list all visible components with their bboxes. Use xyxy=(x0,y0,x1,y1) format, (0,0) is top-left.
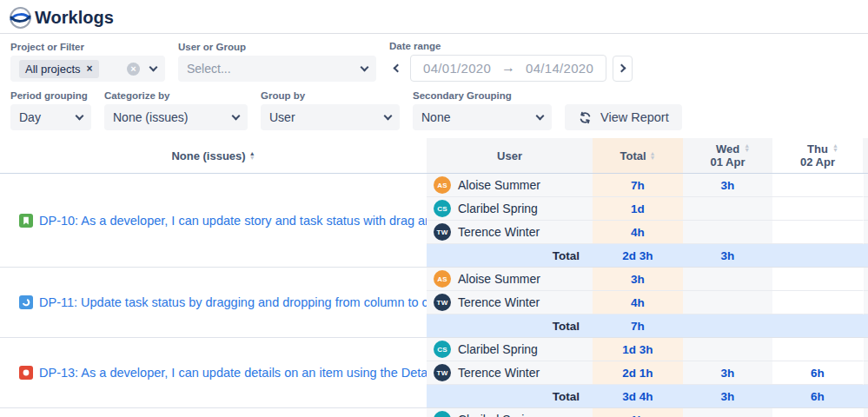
next-column-partial xyxy=(863,268,868,291)
chevron-down-icon[interactable] xyxy=(361,63,369,71)
user-name: Claribel Spring xyxy=(458,413,538,417)
chevron-down-icon[interactable] xyxy=(232,111,241,120)
worklog-value: 1h xyxy=(631,414,645,417)
user-avatar: TW xyxy=(434,223,451,241)
user-group-select[interactable]: Select... xyxy=(178,56,376,82)
worklog-day-cell xyxy=(772,174,863,197)
worklog-total-cell: 4h xyxy=(593,291,683,314)
column-header-day[interactable]: Wed▲▼01 Apr xyxy=(683,138,772,174)
worklog-day-cell xyxy=(683,268,772,291)
worklog-value: 7h xyxy=(631,179,645,192)
worklog-value: 4h xyxy=(631,296,645,309)
categorize-by-select[interactable]: None (issues) xyxy=(104,104,248,130)
page-title: Worklogs xyxy=(35,8,114,28)
group-total-value: 3d 4h xyxy=(593,385,683,408)
app-header: Worklogs xyxy=(0,0,868,34)
user-avatar: CS xyxy=(434,411,451,417)
issue-cell: DP-11: Update task status by dragging an… xyxy=(0,268,427,338)
column-header-issues[interactable]: None (issues)▲▼ xyxy=(0,138,427,174)
prev-period-button[interactable] xyxy=(389,63,404,73)
sort-icon[interactable]: ▲▼ xyxy=(249,151,255,160)
next-period-button[interactable] xyxy=(613,56,633,82)
user-group-label: User or Group xyxy=(178,42,376,52)
chevron-down-icon[interactable] xyxy=(76,111,84,120)
worklog-value: 1d 3h xyxy=(622,343,653,356)
user-name: Terence Winter xyxy=(458,366,540,380)
sort-icon[interactable]: ▲▼ xyxy=(832,143,838,152)
column-header-user[interactable]: User xyxy=(427,138,593,174)
chip-remove-icon[interactable]: × xyxy=(87,63,93,75)
worklog-day-cell xyxy=(772,268,863,291)
worklog-day-cell xyxy=(772,408,863,417)
sort-icon[interactable]: ▲▼ xyxy=(744,143,750,152)
period-grouping-select[interactable]: Day xyxy=(10,104,91,130)
user-name: Aloise Summer xyxy=(458,178,540,192)
period-grouping-label: Period grouping xyxy=(10,90,91,101)
refresh-icon xyxy=(578,110,593,125)
project-filter-label: Project or Filter xyxy=(10,42,165,52)
clear-icon[interactable]: × xyxy=(127,63,140,76)
secondary-grouping-label: Secondary Grouping xyxy=(413,90,552,101)
categorize-by-label: Categorize by xyxy=(104,90,248,101)
chevron-left-icon xyxy=(394,64,402,73)
group-total-worklog-value: 2d 3h xyxy=(622,249,653,262)
user-name: Terence Winter xyxy=(458,225,540,239)
date-end-value[interactable]: 04/14/2020 xyxy=(526,61,593,76)
chevron-down-icon[interactable] xyxy=(149,63,158,71)
worklogs-logo-icon xyxy=(9,6,32,30)
user-name: Terence Winter xyxy=(458,295,540,309)
worklog-day-cell xyxy=(772,338,863,361)
issue-link[interactable]: DP-13: As a developer, I can update deta… xyxy=(39,366,427,380)
next-column-partial xyxy=(863,385,868,408)
group-total-day-value: 6h xyxy=(772,385,863,408)
secondary-grouping-select[interactable]: None xyxy=(413,104,552,130)
column-header-total[interactable]: Total▲▼ xyxy=(593,138,683,174)
worklog-total-cell: 3h xyxy=(593,268,683,291)
group-total-day-value xyxy=(772,244,863,268)
group-total-label: Total xyxy=(427,314,593,338)
chevron-down-icon[interactable] xyxy=(536,111,545,120)
worklog-value: 1d xyxy=(631,202,645,215)
worklog-value: 4h xyxy=(631,226,645,239)
bug-issue-type-icon xyxy=(19,366,33,380)
issue-cell: DP-10: As a developer, I can update stor… xyxy=(0,174,427,268)
next-column-partial xyxy=(863,408,868,417)
user-cell: CSClaribel Spring xyxy=(427,408,593,417)
user-avatar: CS xyxy=(434,200,451,217)
project-chip[interactable]: All projects × xyxy=(19,60,99,78)
user-cell: ASAloise Summer xyxy=(427,268,593,291)
worklog-day-cell xyxy=(772,197,863,221)
worklog-day-cell: 3h xyxy=(683,361,772,385)
group-total-worklog-value: 7h xyxy=(631,320,645,333)
project-filter-select[interactable]: All projects × × xyxy=(10,56,165,82)
user-cell: ASAloise Summer xyxy=(427,174,593,197)
worklog-day-cell xyxy=(683,221,772,244)
user-cell: CSClaribel Spring xyxy=(427,338,593,361)
sort-icon[interactable]: ▲▼ xyxy=(650,151,656,160)
group-total-worklog-value: 3h xyxy=(721,390,735,403)
worklog-table: None (issues)▲▼UserTotal▲▼Wed▲▼01 AprThu… xyxy=(0,138,868,417)
issue-cell: DP-13: As a developer, I can update deta… xyxy=(0,338,427,408)
group-by-select[interactable]: User xyxy=(261,104,400,130)
filters-panel: Project or Filter All projects × × User … xyxy=(0,34,868,130)
date-range-label: Date range xyxy=(389,41,633,51)
view-report-button[interactable]: View Report xyxy=(565,104,682,130)
group-total-worklog-value: 6h xyxy=(811,390,825,403)
column-header-day[interactable]: Thu▲▼02 Apr xyxy=(772,138,863,174)
filter-row-1: Project or Filter All projects × × User … xyxy=(10,41,858,82)
user-avatar: AS xyxy=(434,270,451,288)
issue-link[interactable]: DP-11: Update task status by dragging an… xyxy=(39,295,427,309)
worklog-total-cell: 2d 1h xyxy=(593,361,683,385)
worklogs-page: Worklogs Project or Filter All projects … xyxy=(0,0,868,417)
group-total-worklog-value: 3d 4h xyxy=(622,390,653,403)
column-header-next-partial xyxy=(863,138,868,174)
date-start-value[interactable]: 04/01/2020 xyxy=(423,61,491,76)
group-total-day-value xyxy=(772,314,863,338)
worklog-day-cell xyxy=(683,338,772,361)
date-range-input[interactable]: 04/01/2020 → 04/14/2020 xyxy=(410,55,606,82)
chevron-down-icon[interactable] xyxy=(384,111,393,120)
group-total-label: Total xyxy=(427,385,593,408)
issue-cell xyxy=(0,408,427,417)
worklog-value: 2d 1h xyxy=(622,367,653,380)
issue-link[interactable]: DP-10: As a developer, I can update stor… xyxy=(39,214,427,228)
